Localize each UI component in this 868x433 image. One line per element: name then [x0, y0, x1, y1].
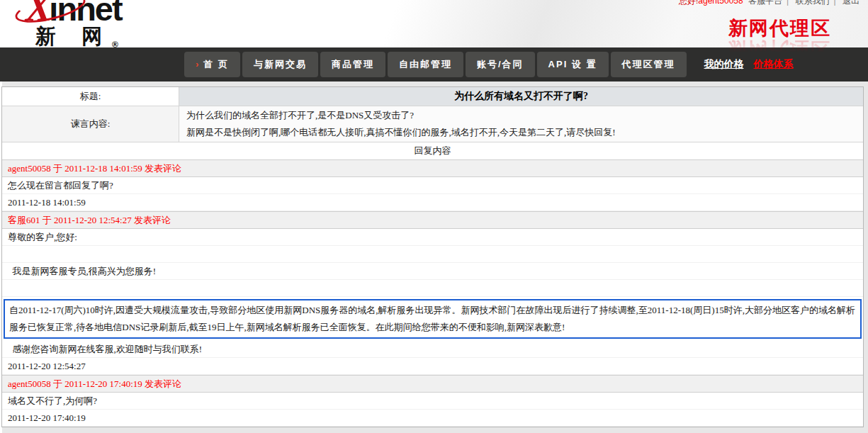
- title-label: 标题:: [2, 87, 179, 106]
- price-system-link[interactable]: 价格体系: [754, 58, 794, 71]
- logo-latin-text: innet: [49, 0, 121, 28]
- comment-paragraph: 尊敬的客户,您好:: [2, 229, 863, 246]
- link-logout[interactable]: 退出: [842, 0, 859, 6]
- nav-button-5[interactable]: API 设 置: [537, 52, 609, 77]
- comment-paragraph: [2, 246, 863, 263]
- nav-button-6[interactable]: 代理区管理: [611, 52, 687, 77]
- comment-author-line: agent50058 于 2011-12-18 14:01:59 发表评论: [2, 159, 863, 177]
- link-service-platform[interactable]: 客服平台: [748, 0, 782, 6]
- comment-paragraph: 我是新网客服专员,很高兴为您服务!: [2, 263, 863, 280]
- comment-timestamp: 2011-12-20 17:40:19: [2, 410, 863, 427]
- comments: agent50058 于 2011-12-18 14:01:59 发表评论怎么现…: [2, 159, 863, 427]
- logo-chinese-text: 新 网®: [35, 26, 122, 49]
- title-row: 标题: 为什么所有域名又打不开了啊?: [2, 87, 863, 106]
- nav-button-2[interactable]: 商品管理: [320, 52, 385, 77]
- comment-highlighted-paragraph: 自2011-12-17(周六)10时许,因遭受大规模流量攻击,导致部分地区使用新…: [4, 299, 862, 339]
- message-board: 标题: 为什么所有域名又打不开了啊? 谏言内容: 为什么我们的域名全部打不开了,…: [1, 86, 864, 427]
- content-row: 谏言内容: 为什么我们的域名全部打不开了,是不是DNS又受攻击了? 新网是不是快…: [2, 106, 863, 142]
- message-title: 为什么所有域名又打不开了啊?: [179, 87, 863, 106]
- page: Xinnet 新 网® 您好!agent50058 客服平台| 联系我们| 退出…: [0, 0, 868, 433]
- content-area: 标题: 为什么所有域名又打不开了啊? 谏言内容: 为什么我们的域名全部打不开了,…: [0, 81, 868, 433]
- comment-paragraph: 域名又不行了,为何啊?: [2, 393, 863, 410]
- message-content: 为什么我们的域名全部打不开了,是不是DNS又受攻击了? 新网是不是快倒闭了啊,哪…: [179, 106, 863, 142]
- separator: |: [834, 0, 836, 6]
- comment-paragraph: [2, 280, 863, 297]
- active-arrow-icon: ›: [196, 59, 198, 69]
- message-content-line: 新网是不是快倒闭了啊,哪个电话都无人接听,真搞不懂你们的服务,域名打不开,今天是…: [186, 124, 856, 141]
- comment-author-line: 客服601 于 2011-12-20 12:54:27 发表评论: [2, 211, 863, 229]
- topbar: 您好!agent50058 客服平台| 联系我们| 退出: [679, 0, 862, 7]
- comment-paragraph: 怎么现在留言都回复了啊?: [2, 177, 863, 194]
- logo-x-glyph: X: [26, 0, 49, 29]
- comment-timestamp: 2011-12-18 14:01:59: [2, 194, 863, 211]
- separator: |: [787, 0, 789, 6]
- message-content-line: 为什么我们的域名全部打不开了,是不是DNS又受攻击了?: [186, 107, 856, 124]
- my-price-link[interactable]: 我的价格: [704, 58, 744, 71]
- comment-timestamp: 2011-12-20 12:54:27: [2, 358, 863, 375]
- reply-section-title: 回复内容: [2, 142, 863, 159]
- xinnet-logo: Xinnet 新 网®: [26, 0, 122, 49]
- nav-button-1[interactable]: 与新网交易: [242, 52, 318, 77]
- comment-author-line: agent50058 于 2011-12-20 17:40:19 发表评论: [2, 375, 863, 393]
- username-text: agent50058: [698, 0, 743, 6]
- portal-title-reflection: 新网代理区: [728, 39, 831, 58]
- nav-button-3[interactable]: 自由邮管理: [388, 52, 463, 77]
- header: Xinnet 新 网® 您好!agent50058 客服平台| 联系我们| 退出…: [0, 0, 868, 47]
- content-label: 谏言内容:: [2, 106, 179, 142]
- nav-button-4[interactable]: 账号/合同: [466, 52, 535, 77]
- link-contact-us[interactable]: 联系我们: [796, 0, 830, 6]
- comment-paragraph: 感谢您咨询新网在线客服,欢迎随时与我们联系!: [2, 341, 863, 358]
- nav-button-0[interactable]: ›首 页: [184, 52, 240, 77]
- greeting-text: 您好!: [679, 0, 698, 6]
- portal-title: 新网代理区 新网代理区: [728, 19, 831, 58]
- nav-items: ›首 页与新网交易商品管理自由邮管理账号/合同API 设 置代理区管理: [184, 52, 689, 77]
- registered-mark-icon: ®: [112, 40, 118, 50]
